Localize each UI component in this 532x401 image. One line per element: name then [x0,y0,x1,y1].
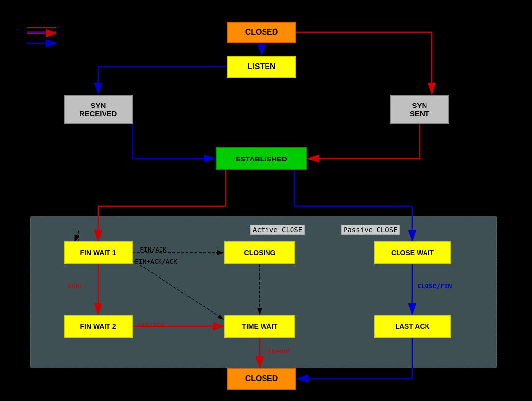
label-fin-plus-ack: FIN+ACK/ACK [135,258,177,265]
state-syn-received: SYN RECEIVED [64,95,133,124]
label-fin-ack-top: FIN/ACK [140,246,167,253]
state-closed-bottom: CLOSED [227,368,296,390]
state-closed-top: CLOSED [227,22,296,43]
state-close-wait: CLOSE WAIT [374,241,451,264]
svg-line-27 [133,260,223,319]
svg-line-22 [75,231,79,241]
label-fin-ack-bottom: FIN/ACK [137,321,164,329]
state-established: ESTABLISHED [216,147,307,170]
state-syn-sent: SYN SENT [390,95,449,124]
state-listen: LISTEN [227,56,296,78]
state-last-ack: LAST ACK [374,315,451,338]
state-fin-wait2: FIN WAIT 2 [64,315,133,338]
tcp-state-diagram: Active CLOSE Passive CLOSE [0,0,532,401]
label-ack-dash: ACK/- [68,282,87,290]
label-close-fin: CLOSE/FIN [417,282,452,290]
state-time-wait: TIME WAIT [224,315,295,338]
state-fin-wait1: FIN WAIT 1 [64,241,133,264]
label-timeout: Timeout [264,348,291,355]
state-closing: CLOSING [224,241,295,264]
